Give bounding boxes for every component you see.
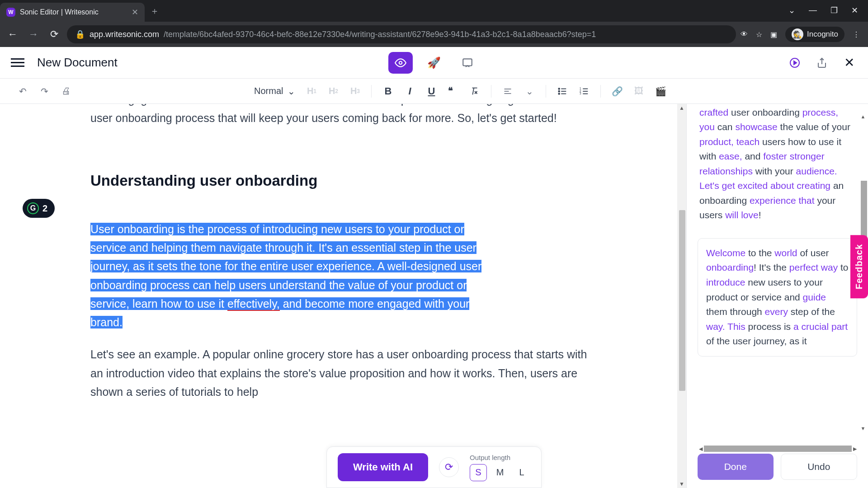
align-chevron-icon[interactable]: ⌄ [521, 83, 538, 99]
editor-scrollbar[interactable]: ▲ ▼ [677, 104, 686, 488]
svg-text:❝: ❝ [448, 86, 453, 96]
print-icon[interactable]: 🖨 [58, 83, 74, 99]
suggestion-card-2[interactable]: Welcome to the world of user onboarding!… [698, 238, 857, 357]
minimize-icon[interactable]: ― [809, 5, 817, 15]
selected-paragraph: User onboarding is the process of introd… [90, 220, 596, 332]
bookmark-star-icon[interactable]: ☆ [756, 30, 762, 39]
output-length-l[interactable]: L [513, 464, 530, 481]
play-circle-icon[interactable] [787, 55, 803, 71]
svg-point-9 [559, 88, 560, 89]
feedback-tab[interactable]: Feedback [850, 235, 868, 298]
eye-blocked-icon[interactable]: 👁 [741, 30, 748, 38]
browser-tab[interactable]: W Sonic Editor | Writesonic ✕ [0, 3, 145, 22]
close-editor-icon[interactable]: ✕ [841, 55, 857, 71]
new-tab-button[interactable]: ＋ [150, 5, 159, 17]
output-length-label: Output length [470, 454, 530, 461]
bullet-list-button[interactable] [554, 83, 571, 99]
nav-back-icon[interactable]: ← [5, 26, 21, 42]
output-length-m[interactable]: M [491, 464, 509, 481]
svg-point-11 [559, 90, 560, 92]
tab-close-icon[interactable]: ✕ [132, 7, 138, 17]
scroll-up-icon[interactable]: ▲ [679, 105, 685, 111]
url-path: /template/6bc4afed-9370-46c4-befc-88e12e… [164, 30, 596, 39]
panel-scroll-up-icon[interactable]: ▲ [860, 114, 866, 120]
tab-title: Sonic Editor | Writesonic [20, 8, 127, 16]
heading3-button[interactable]: H3 [347, 83, 363, 99]
section-heading: Understanding user onboarding [90, 169, 596, 193]
chevron-down-icon: ⌄ [288, 86, 295, 97]
undo-icon[interactable]: ↶ [14, 83, 31, 99]
incognito-badge[interactable]: 🕵 Incognito [785, 27, 844, 42]
paragraph-example: Let's see an example. A popular online g… [90, 345, 596, 401]
undo-button[interactable]: Undo [781, 454, 858, 480]
heading2-button[interactable]: H2 [325, 83, 341, 99]
preview-button[interactable] [388, 52, 413, 74]
panel-hscroll-thumb[interactable] [704, 446, 852, 452]
nav-reload-icon[interactable]: ⟳ [46, 26, 62, 42]
panel-scroll-right-icon[interactable]: ▶ [852, 446, 858, 452]
hamburger-menu-icon[interactable] [11, 58, 24, 67]
output-length-s[interactable]: S [470, 464, 487, 481]
suggestions-panel: of your entire brand. With a well-crafte… [686, 104, 868, 488]
lock-icon: 🔒 [75, 29, 85, 39]
image-button[interactable]: 🖼 [631, 83, 647, 99]
grammar-badge[interactable]: G 2 [23, 199, 55, 218]
document-title[interactable]: New Document [37, 56, 118, 70]
clear-format-button[interactable] [467, 83, 483, 99]
close-window-icon[interactable]: ✕ [851, 5, 858, 15]
url-input[interactable]: 🔒 app.writesonic.com/template/6bc4afed-9… [67, 25, 736, 43]
scroll-down-icon[interactable]: ▼ [679, 481, 685, 487]
format-toolbar: ↶ ↷ 🖨 Normal ⌄ H1 H2 H3 B I U ❝ ⌄ 123 🔗 … [0, 79, 868, 104]
redo-icon[interactable]: ↷ [36, 83, 52, 99]
write-with-ai-button[interactable]: Write with AI [338, 453, 428, 481]
rocket-button[interactable]: 🚀 [422, 52, 446, 74]
incognito-icon: 🕵 [792, 28, 803, 40]
url-host: app.writesonic.com [90, 30, 159, 39]
align-button[interactable] [500, 83, 516, 99]
heading1-button[interactable]: H1 [303, 83, 320, 99]
paragraph-cropped: user engagement and retention. We'll als… [90, 104, 596, 128]
share-icon[interactable] [814, 55, 830, 71]
grammar-circle-icon: G [27, 202, 39, 214]
video-button[interactable]: 🎬 [652, 83, 669, 99]
maximize-icon[interactable]: ❐ [830, 5, 838, 15]
link-button[interactable]: 🔗 [609, 83, 625, 99]
numbered-list-button[interactable]: 123 [576, 83, 592, 99]
window-controls: ⌄ ― ❐ ✕ [788, 5, 868, 22]
paragraph-style-select[interactable]: Normal ⌄ [251, 86, 298, 97]
browser-tab-strip: W Sonic Editor | Writesonic ✕ ＋ ⌄ ― ❐ ✕ [0, 0, 868, 22]
address-bar: ← → ⟳ 🔒 app.writesonic.com/template/6bc4… [0, 22, 868, 47]
svg-point-13 [559, 93, 560, 94]
underline-button[interactable]: U [423, 83, 439, 99]
app-header: New Document 🚀 ✕ [0, 47, 868, 79]
quote-button[interactable]: ❝ [445, 83, 461, 99]
panel-scroll-down-icon[interactable]: ▼ [860, 426, 866, 432]
svg-text:3: 3 [580, 92, 581, 95]
tab-dropdown-icon[interactable]: ⌄ [788, 5, 795, 15]
panel-icon[interactable]: ▣ [770, 30, 777, 39]
nav-forward-icon: → [25, 26, 42, 42]
panel-hscrollbar[interactable]: ◀ ▶ [698, 445, 858, 453]
editor-content[interactable]: user engagement and retention. We'll als… [0, 104, 686, 488]
svg-rect-1 [463, 59, 472, 66]
svg-point-0 [399, 61, 402, 64]
italic-button[interactable]: I [401, 83, 418, 99]
panel-scroll-left-icon[interactable]: ◀ [698, 446, 704, 452]
ai-write-bar: Write with AI ⟳ Output length S M L [326, 446, 542, 488]
kebab-menu-icon[interactable]: ⋮ [853, 30, 860, 39]
bold-button[interactable]: B [380, 83, 396, 99]
suggestion-card-1[interactable]: of your entire brand. With a well-crafte… [698, 104, 857, 223]
chat-button[interactable] [455, 52, 480, 74]
grammar-count: 2 [42, 203, 47, 214]
editor-scroll-thumb[interactable] [679, 210, 685, 391]
svg-marker-3 [794, 61, 797, 65]
favicon-icon: W [6, 8, 15, 17]
refresh-icon[interactable]: ⟳ [439, 457, 459, 477]
done-button[interactable]: Done [698, 454, 774, 480]
